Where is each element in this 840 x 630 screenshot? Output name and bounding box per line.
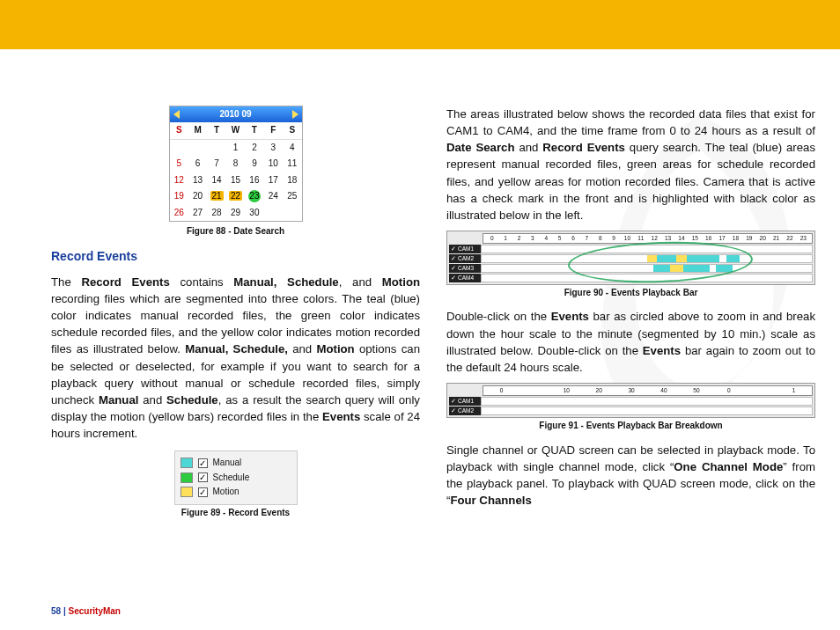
playback-rows-2: ✓CAM1✓CAM2 (449, 397, 813, 415)
calendar-day[interactable]: 13 (188, 172, 207, 189)
calendar-day[interactable]: 15 (226, 172, 245, 189)
figure-91-caption: Figure 91 - Events Playback Bar Breakdow… (446, 420, 815, 433)
calendar-title: 2010 09 (219, 108, 251, 121)
calendar-day[interactable]: 22 (226, 188, 245, 205)
playback-track[interactable] (481, 397, 813, 406)
legend-row-motion: Motion (181, 486, 291, 499)
calendar-day[interactable]: 14 (207, 172, 225, 189)
calendar-dow: T (245, 122, 263, 140)
calendar-day[interactable]: 19 (170, 188, 188, 205)
page-number: 58 (51, 606, 61, 616)
calendar-day[interactable]: 28 (207, 205, 225, 222)
calendar-day[interactable]: 4 (283, 140, 301, 157)
calendar-day[interactable]: 18 (283, 172, 301, 189)
paragraph-doubleclick: Double-click on the Events bar as circle… (446, 308, 815, 376)
calendar-grid: SMTWTFS123456789101112131415161718192021… (170, 122, 302, 221)
playback-row: ✓CAM2 (449, 407, 813, 415)
camera-label[interactable]: ✓CAM2 (449, 407, 481, 415)
camera-label[interactable]: ✓CAM1 (449, 397, 481, 406)
calendar-dow: S (170, 122, 188, 140)
check-icon: ✓ (451, 274, 456, 282)
events-playback-bar: 01234567891011121314151617181920212223 ✓… (446, 231, 815, 285)
right-column: The areas illustrated below shows the re… (446, 106, 815, 595)
record-events-legend: Manual Schedule Motion (174, 451, 298, 505)
figure-88-caption: Figure 88 - Date Search (51, 225, 420, 238)
calendar-day[interactable]: 8 (226, 156, 245, 172)
legend-label-motion: Motion (213, 486, 239, 499)
next-month-icon[interactable] (292, 110, 298, 119)
check-icon: ✓ (451, 407, 456, 414)
camera-label[interactable]: ✓CAM3 (449, 264, 481, 273)
calendar-dow: T (207, 122, 225, 140)
check-icon: ✓ (451, 254, 456, 262)
playback-track[interactable] (481, 407, 813, 415)
section-title-record-events: Record Events (51, 247, 420, 265)
calendar-dow: S (283, 122, 301, 140)
legend-label-manual: Manual (213, 457, 242, 470)
camera-label[interactable]: ✓CAM1 (449, 245, 481, 253)
swatch-teal (181, 458, 193, 468)
check-icon: ✓ (451, 264, 456, 272)
calendar-header: 2010 09 (170, 106, 302, 122)
checkbox-motion[interactable] (198, 487, 208, 497)
legend-label-schedule: Schedule (213, 472, 250, 485)
calendar-dow: W (226, 122, 245, 140)
calendar-day[interactable]: 23 (245, 188, 263, 205)
calendar-widget: 2010 09 SMTWTFS1234567891011121314151617… (169, 106, 303, 222)
left-column: 2010 09 SMTWTFS1234567891011121314151617… (51, 106, 420, 595)
calendar-day[interactable]: 3 (264, 140, 283, 157)
figure-90-caption: Figure 90 - Events Playback Bar (446, 287, 815, 300)
events-playback-bar-breakdown: 0102030405001 ✓CAM1✓CAM2 (446, 383, 815, 418)
calendar-day[interactable]: 26 (170, 205, 188, 222)
paragraph-areas: The areas illustrated below shows the re… (446, 106, 815, 223)
calendar-day[interactable]: 12 (170, 172, 188, 189)
checkbox-schedule[interactable] (198, 472, 208, 482)
paragraph-channel-mode: Single channel or QUAD screen can be sel… (446, 442, 815, 509)
calendar-dow: M (188, 122, 207, 140)
calendar-day[interactable]: 21 (207, 188, 225, 205)
calendar-dow: F (264, 122, 283, 140)
calendar-day[interactable]: 9 (245, 156, 263, 172)
figure-89-caption: Figure 89 - Record Events (51, 507, 420, 520)
paragraph-record-events: The Record Events contains Manual, Sched… (51, 274, 420, 442)
legend-row-schedule: Schedule (181, 472, 291, 485)
calendar-day[interactable]: 11 (283, 156, 301, 172)
prev-month-icon[interactable] (173, 110, 180, 119)
check-icon: ✓ (451, 245, 456, 253)
header-bar (0, 0, 840, 49)
playback-scale-minutes: 0102030405001 (483, 385, 813, 396)
check-icon: ✓ (451, 397, 456, 405)
calendar-day[interactable]: 1 (226, 140, 245, 157)
calendar-day[interactable]: 30 (245, 205, 263, 222)
camera-label[interactable]: ✓CAM4 (449, 274, 481, 282)
footer-brand: SecurityMan (68, 606, 120, 616)
checkbox-manual[interactable] (198, 458, 208, 468)
calendar-day[interactable]: 29 (226, 205, 245, 222)
swatch-yellow (181, 487, 193, 497)
legend-row-manual: Manual (181, 457, 291, 470)
calendar-day[interactable]: 7 (207, 156, 225, 172)
calendar-day[interactable]: 2 (245, 140, 263, 157)
content-columns: 2010 09 SMTWTFS1234567891011121314151617… (51, 106, 815, 595)
calendar-day[interactable]: 17 (264, 172, 283, 189)
calendar-day[interactable]: 5 (170, 156, 188, 172)
calendar-day[interactable]: 25 (283, 188, 301, 205)
calendar-day[interactable]: 10 (264, 156, 283, 172)
playback-row: ✓CAM1 (449, 397, 813, 406)
page-footer: 58 | SecurityMan (51, 606, 121, 616)
calendar-day[interactable]: 16 (245, 172, 263, 189)
camera-label[interactable]: ✓CAM2 (449, 254, 481, 263)
calendar-day[interactable]: 24 (264, 188, 283, 205)
calendar-day[interactable]: 27 (188, 205, 207, 222)
calendar-day[interactable]: 20 (188, 188, 207, 205)
calendar-day[interactable]: 6 (188, 156, 207, 172)
swatch-green (181, 472, 193, 483)
